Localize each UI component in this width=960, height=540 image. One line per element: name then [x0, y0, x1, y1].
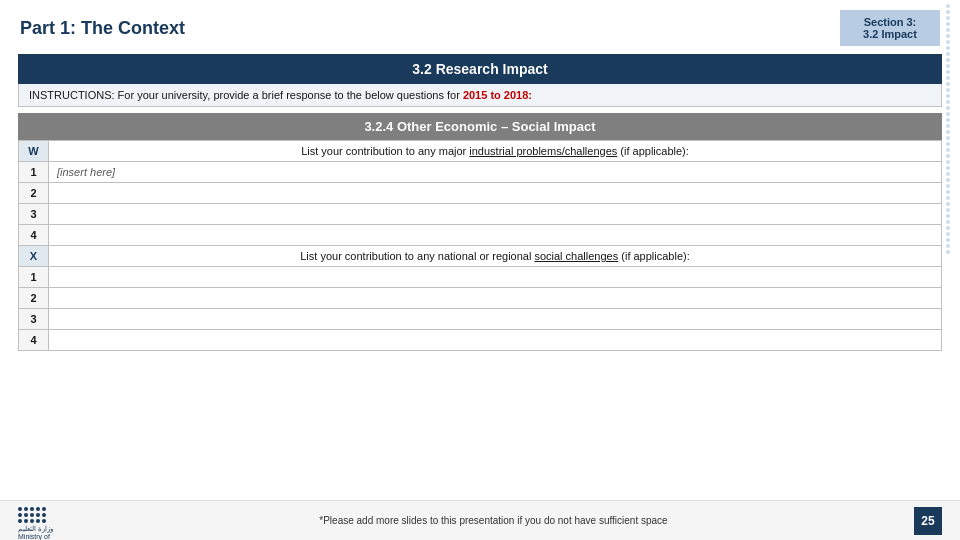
row-label: 4	[19, 330, 49, 351]
row-x-instruction: List your contribution to any national o…	[49, 246, 942, 267]
table-row: 1	[19, 267, 942, 288]
row-content[interactable]	[49, 225, 942, 246]
row-label: 4	[19, 225, 49, 246]
row-content[interactable]	[49, 204, 942, 225]
logo-text: وزارة التعليمMinistry of Education	[18, 525, 73, 541]
insert-placeholder: [insert here]	[57, 166, 115, 178]
row-x-text: List your contribution to any national o…	[300, 250, 534, 262]
row-label: 1	[19, 267, 49, 288]
row-label: 2	[19, 183, 49, 204]
row-label: 3	[19, 309, 49, 330]
section-badge-line2: 3.2 Impact	[854, 28, 926, 40]
row-content[interactable]	[49, 183, 942, 204]
table-row: 3	[19, 204, 942, 225]
row-content[interactable]	[49, 309, 942, 330]
row-x-suffix: (if applicable):	[618, 250, 690, 262]
footer-logo: وزارة التعليمMinistry of Education	[18, 507, 73, 535]
main-content: 3.2 Research Impact INSTRUCTIONS: For yo…	[0, 54, 960, 351]
row-label: 1	[19, 162, 49, 183]
row-w-label: W	[19, 141, 49, 162]
row-content[interactable]	[49, 330, 942, 351]
row-w-suffix: (if applicable):	[617, 145, 689, 157]
instructions-text: INSTRUCTIONS: For your university, provi…	[29, 89, 463, 101]
page-number: 25	[914, 507, 942, 535]
table-row-x: X List your contribution to any national…	[19, 246, 942, 267]
section-badge-line1: Section 3:	[854, 16, 926, 28]
logo-graphic: وزارة التعليمMinistry of Education	[18, 507, 73, 535]
page-footer: وزارة التعليمMinistry of Education *Plea…	[0, 500, 960, 540]
row-content[interactable]	[49, 288, 942, 309]
footer-note: *Please add more slides to this presenta…	[73, 515, 914, 526]
row-label: 2	[19, 288, 49, 309]
table-row: 3	[19, 309, 942, 330]
table-row: 2	[19, 183, 942, 204]
row-label: 3	[19, 204, 49, 225]
table-row-w: W List your contribution to any major in…	[19, 141, 942, 162]
row-w-instruction: List your contribution to any major indu…	[49, 141, 942, 162]
row-x-label: X	[19, 246, 49, 267]
table-row: 4	[19, 225, 942, 246]
instructions-bar: INSTRUCTIONS: For your university, provi…	[18, 84, 942, 107]
page-title: Part 1: The Context	[20, 18, 185, 39]
main-table: W List your contribution to any major in…	[18, 140, 942, 351]
decorative-dots	[944, 0, 960, 500]
table-row: 1 [insert here]	[19, 162, 942, 183]
page-header: Part 1: The Context Section 3: 3.2 Impac…	[0, 0, 960, 54]
row-w-underline: industrial problems/challenges	[469, 145, 617, 157]
row-content[interactable]: [insert here]	[49, 162, 942, 183]
row-x-underline: social challenges	[534, 250, 618, 262]
section-badge: Section 3: 3.2 Impact	[840, 10, 940, 46]
row-content[interactable]	[49, 267, 942, 288]
instructions-highlight: 2015 to 2018:	[463, 89, 532, 101]
section-heading: 3.2 Research Impact	[18, 54, 942, 84]
table-row: 4	[19, 330, 942, 351]
subsection-heading: 3.2.4 Other Economic – Social Impact	[18, 113, 942, 140]
table-row: 2	[19, 288, 942, 309]
row-w-text: List your contribution to any major	[301, 145, 469, 157]
